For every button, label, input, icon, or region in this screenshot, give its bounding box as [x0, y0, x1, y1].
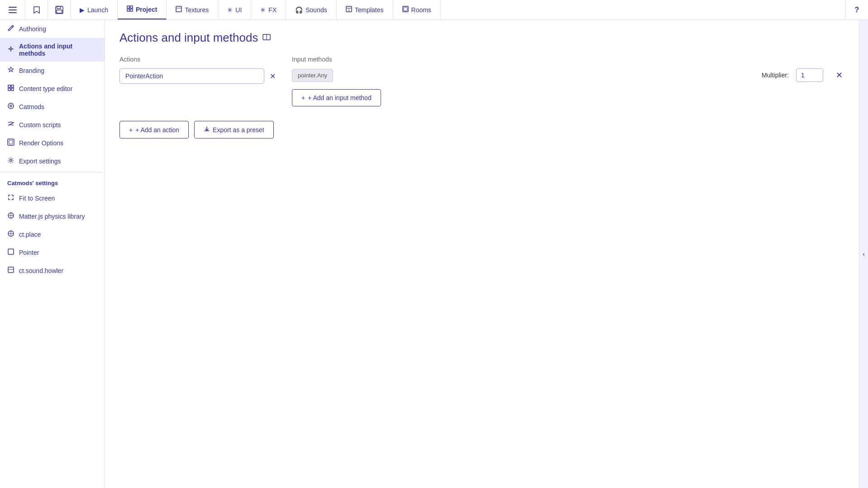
- export-preset-button[interactable]: Export as a preset: [194, 121, 274, 139]
- branding-icon: [7, 66, 14, 75]
- svg-point-17: [10, 48, 12, 50]
- svg-rect-18: [8, 85, 10, 87]
- svg-point-22: [8, 103, 14, 109]
- svg-rect-25: [9, 140, 13, 144]
- actions-header: Actions: [119, 56, 277, 63]
- bookmark-button[interactable]: [25, 0, 48, 19]
- sidebar: Authoring Actions and input methods Bran…: [0, 20, 105, 488]
- svg-rect-2: [9, 12, 17, 13]
- sidebar-item-pointer[interactable]: Pointer: [0, 244, 105, 262]
- tab-project[interactable]: Project: [118, 0, 167, 19]
- pointer-icon: [7, 248, 14, 257]
- sidebar-item-content-type-editor[interactable]: Content type editor: [0, 80, 105, 98]
- custom-scripts-icon: [7, 120, 14, 129]
- svg-rect-19: [11, 85, 14, 87]
- svg-rect-21: [11, 88, 14, 91]
- launch-icon: ▶: [80, 6, 85, 14]
- main-columns: Actions ✕ Input methods pointer.Any Mult…: [119, 56, 844, 106]
- save-button[interactable]: [48, 0, 71, 19]
- ctplace-icon: [7, 230, 14, 239]
- multiplier-input[interactable]: [796, 68, 823, 82]
- tab-launch[interactable]: ▶ Launch: [71, 0, 118, 19]
- plus-icon: +: [301, 94, 305, 101]
- svg-rect-24: [8, 139, 14, 145]
- tab-fx[interactable]: ✳ FX: [251, 0, 286, 19]
- templates-icon: [346, 6, 352, 14]
- add-action-button[interactable]: + + Add an action: [119, 121, 189, 139]
- content-type-icon: [7, 84, 14, 93]
- sidebar-item-custom-scripts[interactable]: Custom scripts: [0, 116, 105, 134]
- sidebar-item-catmods[interactable]: Catmods: [0, 98, 105, 116]
- svg-point-26: [10, 159, 12, 162]
- tab-rooms[interactable]: Rooms: [393, 0, 441, 19]
- sidebar-item-ctsound[interactable]: ct.sound.howler: [0, 262, 105, 280]
- svg-rect-10: [176, 6, 181, 12]
- render-options-icon: [7, 139, 14, 148]
- hamburger-menu[interactable]: [0, 0, 25, 19]
- layout-icon[interactable]: [262, 33, 271, 43]
- sidebar-item-export-settings[interactable]: Export settings: [0, 152, 105, 170]
- tab-textures[interactable]: Textures: [167, 0, 218, 19]
- project-icon: [127, 5, 133, 13]
- sidebar-item-actions-input[interactable]: Actions and input methods: [0, 38, 105, 62]
- svg-rect-9: [130, 9, 133, 11]
- input-method-badge: pointer.Any: [292, 69, 333, 82]
- input-methods-column: Input methods pointer.Any Multiplier: ✕ …: [292, 56, 844, 106]
- fit-to-screen-icon: [7, 194, 14, 203]
- action-row: ✕: [119, 68, 277, 84]
- sidebar-section-label: Catmods' settings: [0, 174, 105, 189]
- add-action-plus-icon: +: [129, 126, 133, 134]
- ctsound-icon: [7, 266, 14, 275]
- actions-icon: [7, 45, 14, 54]
- svg-point-23: [10, 105, 12, 107]
- textures-icon: [176, 6, 182, 14]
- bottom-buttons: + + Add an action Export as a preset: [119, 121, 844, 139]
- multiplier-label: Multiplier:: [762, 72, 789, 79]
- catmods-icon: [7, 102, 14, 111]
- sidebar-item-authoring[interactable]: Authoring: [0, 20, 105, 38]
- remove-action-button[interactable]: ✕: [268, 70, 277, 82]
- sidebar-item-fit-to-screen[interactable]: Fit to Screen: [0, 189, 105, 207]
- tab-templates[interactable]: Templates: [337, 0, 393, 19]
- remove-input-method-button[interactable]: ✕: [834, 68, 844, 82]
- sidebar-divider: [0, 172, 105, 172]
- sounds-icon: 🎧: [295, 6, 303, 14]
- right-panel-toggle[interactable]: ‹: [859, 20, 868, 488]
- action-name-input[interactable]: [119, 68, 264, 84]
- sidebar-item-ctplace[interactable]: ct.place: [0, 225, 105, 244]
- input-method-row: pointer.Any Multiplier: ✕: [292, 68, 844, 82]
- top-nav: ▶ Launch Project Textures ✳ UI ✳ FX: [0, 0, 868, 20]
- main-layout: Authoring Actions and input methods Bran…: [0, 20, 868, 488]
- svg-rect-20: [8, 88, 10, 91]
- matterjs-icon: [7, 212, 14, 221]
- svg-rect-4: [57, 6, 61, 9]
- ui-icon: ✳: [227, 6, 233, 14]
- svg-rect-5: [57, 10, 62, 13]
- sidebar-item-render-options[interactable]: Render Options: [0, 134, 105, 152]
- page-title: Actions and input methods: [119, 31, 844, 45]
- authoring-icon: [7, 24, 14, 33]
- svg-rect-33: [8, 249, 14, 254]
- svg-rect-8: [127, 9, 129, 11]
- content-area: Actions and input methods Actions ✕ Inpu…: [105, 20, 859, 488]
- export-icon: [204, 126, 210, 134]
- help-button[interactable]: ?: [845, 0, 868, 19]
- svg-rect-1: [9, 10, 17, 10]
- chevron-left-icon: ‹: [863, 250, 865, 258]
- svg-rect-34: [8, 267, 14, 273]
- add-input-method-button[interactable]: + + Add an input method: [292, 89, 381, 106]
- svg-rect-0: [9, 7, 17, 8]
- sidebar-item-matterjs[interactable]: Matter.js physics library: [0, 207, 105, 225]
- svg-rect-7: [130, 6, 133, 8]
- tab-ui[interactable]: ✳ UI: [218, 0, 251, 19]
- svg-rect-16: [404, 7, 407, 11]
- fx-icon: ✳: [260, 6, 266, 14]
- actions-column: Actions ✕: [119, 56, 292, 106]
- svg-rect-6: [127, 6, 129, 8]
- tab-sounds[interactable]: 🎧 Sounds: [286, 0, 336, 19]
- rooms-icon: [402, 6, 409, 14]
- input-methods-header: Input methods: [292, 56, 844, 63]
- export-settings-icon: [7, 157, 14, 166]
- sidebar-item-branding[interactable]: Branding: [0, 62, 105, 80]
